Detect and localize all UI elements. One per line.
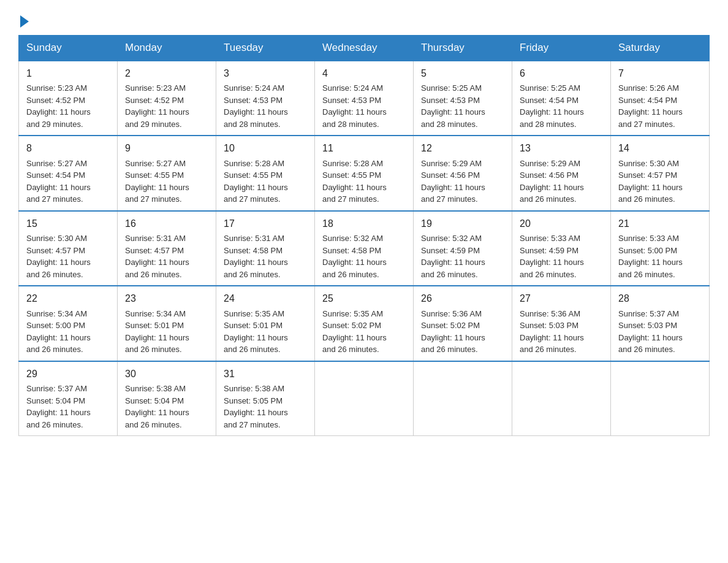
calendar-cell: 12 Sunrise: 5:29 AMSunset: 4:56 PMDaylig… [414, 136, 512, 210]
day-number: 4 [322, 66, 406, 80]
day-number: 26 [421, 291, 504, 305]
calendar-cell [611, 361, 710, 436]
calendar-cell [315, 361, 414, 436]
day-number: 30 [125, 367, 208, 381]
day-info: Sunrise: 5:23 AMSunset: 4:52 PMDaylight:… [125, 83, 189, 129]
logo [18, 12, 29, 29]
calendar-cell: 2 Sunrise: 5:23 AMSunset: 4:52 PMDayligh… [118, 61, 216, 136]
calendar-cell: 22 Sunrise: 5:34 AMSunset: 5:00 PMDaylig… [19, 286, 118, 361]
day-info: Sunrise: 5:33 AMSunset: 5:00 PMDaylight:… [618, 234, 683, 279]
day-number: 3 [224, 66, 307, 80]
calendar-cell: 15 Sunrise: 5:30 AMSunset: 4:57 PMDaylig… [19, 211, 118, 286]
calendar-cell: 3 Sunrise: 5:24 AMSunset: 4:53 PMDayligh… [216, 61, 315, 136]
calendar-table: SundayMondayTuesdayWednesdayThursdayFrid… [18, 35, 710, 436]
calendar-cell: 24 Sunrise: 5:35 AMSunset: 5:01 PMDaylig… [216, 286, 315, 361]
day-info: Sunrise: 5:24 AMSunset: 4:53 PMDaylight:… [224, 83, 288, 129]
day-info: Sunrise: 5:26 AMSunset: 4:54 PMDaylight:… [618, 83, 683, 129]
calendar-cell: 25 Sunrise: 5:35 AMSunset: 5:02 PMDaylig… [315, 286, 414, 361]
calendar-week-3: 15 Sunrise: 5:30 AMSunset: 4:57 PMDaylig… [19, 211, 710, 286]
day-number: 2 [125, 66, 208, 80]
day-info: Sunrise: 5:34 AMSunset: 5:00 PMDaylight:… [26, 309, 91, 354]
day-number: 29 [26, 367, 110, 381]
calendar-header-row: SundayMondayTuesdayWednesdayThursdayFrid… [19, 36, 710, 61]
calendar-cell [414, 361, 512, 436]
day-info: Sunrise: 5:24 AMSunset: 4:53 PMDaylight:… [322, 83, 387, 129]
calendar-cell: 27 Sunrise: 5:36 AMSunset: 5:03 PMDaylig… [512, 286, 611, 361]
calendar-cell: 20 Sunrise: 5:33 AMSunset: 4:59 PMDaylig… [512, 211, 611, 286]
col-header-tuesday: Tuesday [216, 36, 315, 61]
calendar-cell: 26 Sunrise: 5:36 AMSunset: 5:02 PMDaylig… [414, 286, 512, 361]
day-info: Sunrise: 5:36 AMSunset: 5:03 PMDaylight:… [520, 309, 584, 354]
calendar-week-5: 29 Sunrise: 5:37 AMSunset: 5:04 PMDaylig… [19, 361, 710, 436]
day-info: Sunrise: 5:29 AMSunset: 4:56 PMDaylight:… [520, 159, 584, 204]
day-number: 31 [224, 367, 307, 381]
day-info: Sunrise: 5:36 AMSunset: 5:02 PMDaylight:… [421, 309, 485, 354]
calendar-cell: 29 Sunrise: 5:37 AMSunset: 5:04 PMDaylig… [19, 361, 118, 436]
calendar-cell: 30 Sunrise: 5:38 AMSunset: 5:04 PMDaylig… [118, 361, 216, 436]
day-number: 14 [618, 141, 702, 155]
calendar-cell: 28 Sunrise: 5:37 AMSunset: 5:03 PMDaylig… [611, 286, 710, 361]
col-header-sunday: Sunday [19, 36, 118, 61]
day-number: 23 [125, 291, 208, 305]
day-number: 6 [520, 66, 603, 80]
col-header-wednesday: Wednesday [315, 36, 414, 61]
day-number: 18 [322, 216, 406, 231]
day-info: Sunrise: 5:35 AMSunset: 5:02 PMDaylight:… [322, 309, 387, 354]
day-number: 15 [26, 216, 110, 231]
logo-triangle-icon [20, 15, 29, 28]
day-info: Sunrise: 5:27 AMSunset: 4:55 PMDaylight:… [125, 159, 189, 204]
day-info: Sunrise: 5:33 AMSunset: 4:59 PMDaylight:… [520, 234, 584, 279]
day-info: Sunrise: 5:38 AMSunset: 5:05 PMDaylight:… [224, 384, 288, 429]
day-number: 25 [322, 291, 406, 305]
day-info: Sunrise: 5:38 AMSunset: 5:04 PMDaylight:… [125, 384, 189, 429]
calendar-cell: 18 Sunrise: 5:32 AMSunset: 4:58 PMDaylig… [315, 211, 414, 286]
day-number: 7 [618, 66, 702, 80]
col-header-monday: Monday [118, 36, 216, 61]
calendar-cell: 6 Sunrise: 5:25 AMSunset: 4:54 PMDayligh… [512, 61, 611, 136]
day-info: Sunrise: 5:25 AMSunset: 4:54 PMDaylight:… [520, 83, 584, 129]
day-info: Sunrise: 5:31 AMSunset: 4:58 PMDaylight:… [224, 234, 288, 279]
day-number: 17 [224, 216, 307, 231]
calendar-cell [512, 361, 611, 436]
calendar-cell: 1 Sunrise: 5:23 AMSunset: 4:52 PMDayligh… [19, 61, 118, 136]
day-info: Sunrise: 5:35 AMSunset: 5:01 PMDaylight:… [224, 309, 288, 354]
col-header-thursday: Thursday [414, 36, 512, 61]
calendar-cell: 11 Sunrise: 5:28 AMSunset: 4:55 PMDaylig… [315, 136, 414, 210]
calendar-cell: 8 Sunrise: 5:27 AMSunset: 4:54 PMDayligh… [19, 136, 118, 210]
day-info: Sunrise: 5:28 AMSunset: 4:55 PMDaylight:… [224, 159, 288, 204]
calendar-week-2: 8 Sunrise: 5:27 AMSunset: 4:54 PMDayligh… [19, 136, 710, 210]
day-info: Sunrise: 5:30 AMSunset: 4:57 PMDaylight:… [618, 159, 683, 204]
calendar-cell: 9 Sunrise: 5:27 AMSunset: 4:55 PMDayligh… [118, 136, 216, 210]
day-info: Sunrise: 5:27 AMSunset: 4:54 PMDaylight:… [26, 159, 91, 204]
calendar-cell: 17 Sunrise: 5:31 AMSunset: 4:58 PMDaylig… [216, 211, 315, 286]
day-number: 1 [26, 66, 110, 80]
day-number: 28 [618, 291, 702, 305]
calendar-cell: 5 Sunrise: 5:25 AMSunset: 4:53 PMDayligh… [414, 61, 512, 136]
header [18, 12, 710, 29]
day-number: 16 [125, 216, 208, 231]
day-number: 9 [125, 141, 208, 155]
day-info: Sunrise: 5:32 AMSunset: 4:58 PMDaylight:… [322, 234, 387, 279]
day-number: 10 [224, 141, 307, 155]
calendar-cell: 23 Sunrise: 5:34 AMSunset: 5:01 PMDaylig… [118, 286, 216, 361]
calendar-cell: 31 Sunrise: 5:38 AMSunset: 5:05 PMDaylig… [216, 361, 315, 436]
calendar-week-4: 22 Sunrise: 5:34 AMSunset: 5:00 PMDaylig… [19, 286, 710, 361]
day-info: Sunrise: 5:37 AMSunset: 5:03 PMDaylight:… [618, 309, 683, 354]
calendar-week-1: 1 Sunrise: 5:23 AMSunset: 4:52 PMDayligh… [19, 61, 710, 136]
day-number: 21 [618, 216, 702, 231]
calendar-cell: 21 Sunrise: 5:33 AMSunset: 5:00 PMDaylig… [611, 211, 710, 286]
day-number: 24 [224, 291, 307, 305]
day-number: 20 [520, 216, 603, 231]
day-number: 5 [421, 66, 504, 80]
day-info: Sunrise: 5:23 AMSunset: 4:52 PMDaylight:… [26, 83, 91, 129]
day-info: Sunrise: 5:37 AMSunset: 5:04 PMDaylight:… [26, 384, 91, 429]
day-number: 11 [322, 141, 406, 155]
calendar-cell: 16 Sunrise: 5:31 AMSunset: 4:57 PMDaylig… [118, 211, 216, 286]
calendar-cell: 19 Sunrise: 5:32 AMSunset: 4:59 PMDaylig… [414, 211, 512, 286]
day-info: Sunrise: 5:34 AMSunset: 5:01 PMDaylight:… [125, 309, 189, 354]
calendar-cell: 4 Sunrise: 5:24 AMSunset: 4:53 PMDayligh… [315, 61, 414, 136]
col-header-friday: Friday [512, 36, 611, 61]
day-info: Sunrise: 5:31 AMSunset: 4:57 PMDaylight:… [125, 234, 189, 279]
day-number: 22 [26, 291, 110, 305]
day-number: 8 [26, 141, 110, 155]
